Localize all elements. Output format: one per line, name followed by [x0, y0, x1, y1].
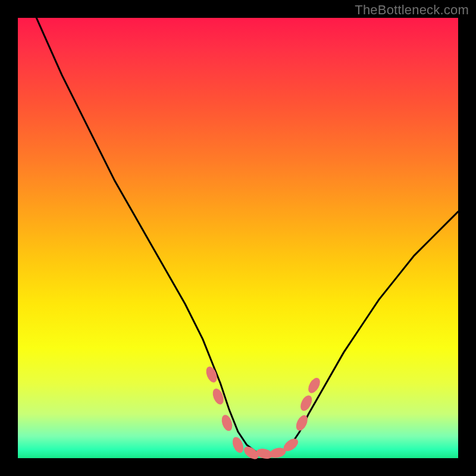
watermark-label: TheBottleneck.com	[355, 2, 469, 18]
plot-area	[18, 18, 458, 458]
chart-frame: TheBottleneck.com	[0, 0, 476, 476]
bottleneck-curve	[27, 0, 458, 454]
curve-markers	[204, 365, 322, 461]
chart-svg	[18, 18, 458, 458]
